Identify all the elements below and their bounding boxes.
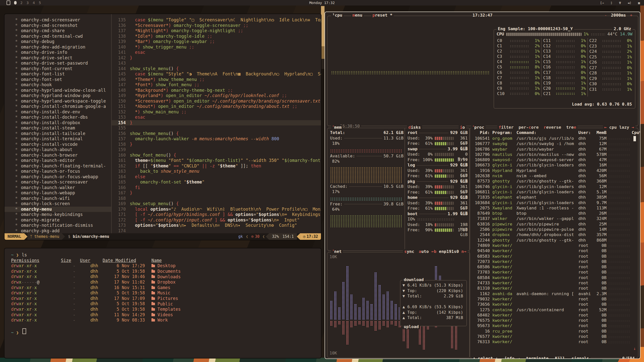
mem-title[interactable]: ²mem: [331, 125, 343, 130]
process-row[interactable]: 72073kworker/root0B0.0: [472, 259, 631, 264]
proc-sort[interactable]: ← cpu lazy →: [603, 125, 635, 130]
file-item[interactable]: *omarchy-hyprland-window-close-all: [5, 88, 111, 93]
file-item[interactable]: *omarchy-lock-screen: [5, 201, 111, 207]
file-item[interactable]: *omarchy-drive-set-password: [5, 61, 111, 66]
code-editor[interactable]: 135 case $(menu "Toggle" "▢ Screensaver\…: [112, 14, 321, 233]
file-item[interactable]: *omarchy-cmd-screensaver: [5, 17, 111, 23]
terminal-window[interactable]: ~❯lsPermissionsSizeUserDate ModifiedName…: [4, 248, 321, 358]
process-row[interactable]: 102796nautilus/usr/bin/nautilus --newdhh…: [472, 152, 631, 157]
process-row[interactable]: 16rcu_preeroot0B0.0: [472, 329, 631, 334]
process-row[interactable]: 106746glycin-i/usr/lib/glycin-loadersdhh…: [472, 184, 631, 190]
file-item[interactable]: *omarchy-launch-browser: [5, 153, 111, 158]
file-item[interactable]: *omarchy-launch-wifi: [5, 196, 111, 201]
file-item[interactable]: *omarchy-install-vscode: [5, 142, 111, 147]
process-row[interactable]: 87573ghostty/usr/bin/ghostty --gtk-dhh36…: [472, 179, 631, 184]
net-tab[interactable]: sync: [404, 249, 414, 254]
file-item[interactable]: *omarchy-launch-floating-terminal-: [5, 163, 111, 169]
net-interface[interactable]: ←b enp191s0 n→: [430, 249, 468, 254]
process-row[interactable]: 102638nvimnvim --embeddhh56M0.0: [472, 173, 631, 179]
file-item[interactable]: *omarchy-install-chromium-google-a: [5, 104, 111, 109]
process-row[interactable]: 2506pipewire/usr/bin/pipewire-pulsedhh14…: [472, 227, 631, 232]
process-row[interactable]: 95673kworker/root0B0.0: [472, 323, 631, 329]
file-item[interactable]: *omarchy-font-current: [5, 66, 111, 72]
process-row[interactable]: 79032kworker/root0B0.0: [472, 297, 631, 302]
shell-prompt[interactable]: ~❯ls: [11, 252, 314, 258]
process-row[interactable]: 68584kworker/root0B0.0: [472, 275, 631, 281]
process-row[interactable]: 1275containe/usr/bin/containerdroot52M0.…: [472, 307, 631, 313]
process-row[interactable]: 81310kworker/root0B0.0: [472, 286, 631, 291]
process-row[interactable]: 68586kworker/root0B0.0: [472, 264, 631, 270]
file-item[interactable]: *omarchy-hyprland-workspace-toggle: [5, 99, 111, 104]
net-tab[interactable]: auto: [419, 249, 429, 254]
file-item[interactable]: *omarchy-menu: [5, 207, 111, 212]
file-item[interactable]: *omarchy-launch-about: [5, 147, 111, 153]
process-row[interactable]: 2544dropbox/home/dhh/.dropbox-distdhh357…: [472, 232, 631, 238]
file-item[interactable]: *omarchy-install-docker-dbs: [5, 115, 111, 120]
file-item[interactable]: *omarchy-notification-dismiss: [5, 223, 111, 228]
process-row[interactable]: 73656kworker/root0B0.0: [472, 302, 631, 307]
file-item[interactable]: *omarchy-cmd-share: [5, 28, 111, 34]
process-row[interactable]: 12244ghostty/usr/bin/ghostty --gtk-dhh86…: [472, 238, 631, 243]
file-item[interactable]: *omarchy-launch-or-focus-webapp: [5, 174, 111, 180]
file-tree[interactable]: *omarchy-cmd-screensaver*omarchy-cmd-scr…: [5, 14, 111, 233]
proc-scrollbar[interactable]: [633, 136, 636, 141]
update-interval[interactable]: - 2000ms +: [605, 13, 632, 18]
file-item[interactable]: *omarchy-hyprland-window-pop: [5, 93, 111, 99]
file-item[interactable]: *omarchy-dev-add-migration: [5, 44, 111, 50]
process-row[interactable]: 106541org.gnom/usr/bin/gjs /usr/lib/odhh…: [472, 136, 631, 141]
process-row[interactable]: 106809swayosd-/usr/bin/swayosd-serverdhh…: [472, 157, 631, 163]
process-row[interactable]: 1916HyprlandHyprlanddhh420M0.0: [472, 168, 631, 173]
process-row[interactable]: 74733kworker/root0B0.0: [472, 281, 631, 286]
file-item[interactable]: *omarchy-pkg-add: [5, 228, 111, 234]
process-row[interactable]: 103684glycin-i/usr/lib/glycin-loadersdhh…: [472, 200, 631, 206]
file-item[interactable]: *omarchy-install-tailscale: [5, 131, 111, 137]
file-item[interactable]: *omarchy-hook: [5, 82, 111, 88]
scroll-down-arrow[interactable]: ↓: [633, 346, 636, 351]
file-item[interactable]: *omarchy-install-terminal: [5, 136, 111, 142]
proc-action[interactable]: info ↵: [504, 356, 519, 359]
file-item[interactable]: *omarchy-cmd-screenshot: [5, 23, 111, 28]
proc-action[interactable]: ↑ select ↓: [473, 356, 498, 359]
proc-action[interactable]: signals: [572, 356, 589, 359]
proc-action[interactable]: Kill: [555, 356, 565, 359]
process-row[interactable]: 106777swaybg/usr/bin/swaybg -i /homdhh12…: [472, 141, 631, 147]
process-row[interactable]: 76313kworker/root0B0.0: [472, 339, 631, 345]
process-row[interactable]: 2075XwaylandXwayland :1 -rootless -dhh11…: [472, 206, 631, 211]
file-item[interactable]: *omarchy-cmd-terminal-cwd: [5, 34, 111, 39]
file-item[interactable]: *omarchy-launch-webapp: [5, 190, 111, 196]
file-item[interactable]: *omarchy-install-dropbox: [5, 120, 111, 126]
process-row[interactable]: 74869kworker/root0B0.0: [472, 243, 631, 248]
io-tab[interactable]: io: [459, 125, 466, 130]
process-row[interactable]: 68583kworker/root0B0.0: [472, 254, 631, 259]
process-row[interactable]: 76577kworker/root0B0.0: [472, 334, 631, 339]
file-item[interactable]: *omarchy-install-steam: [5, 125, 111, 131]
process-row[interactable]: 71837walker/usr/bin/walker --gappldhh324…: [472, 216, 631, 221]
proc-tab[interactable]: per-core: [519, 125, 539, 130]
file-item[interactable]: *omarchy-font-list: [5, 71, 111, 77]
process-row[interactable]: 87649btopbtopdhh26M0.0: [472, 211, 631, 216]
disks-title[interactable]: disks: [407, 125, 422, 130]
process-row[interactable]: 106811glycin-i/usr/lib/glycin-loadersdhh…: [472, 190, 631, 195]
file-item[interactable]: *omarchy-install-dev-env: [5, 109, 111, 115]
file-item[interactable]: *omarchy-font-set: [5, 77, 111, 82]
process-row[interactable]: 63816pipewire/usr/bin/pipewiredhh25M0.0: [472, 222, 631, 227]
process-row[interactable]: 73703kworker/root0B0.0: [472, 270, 631, 275]
file-item[interactable]: *omarchy-drive-select: [5, 55, 111, 61]
process-row[interactable]: 76575kworker/root0B0.0: [472, 318, 631, 323]
process-row[interactable]: 1162avahi-daavahi-daemon: running [avahi…: [472, 291, 631, 297]
process-row[interactable]: 71835elephantelephantdhh385M0.0: [472, 195, 631, 200]
file-item[interactable]: *omarchy-launch-editor: [5, 158, 111, 163]
shell-prompt[interactable]: ~❯: [11, 328, 314, 334]
proc-action[interactable]: terminate: [526, 356, 548, 359]
file-item[interactable]: *omarchy-launch-or-focus: [5, 169, 111, 174]
process-row[interactable]: 68402kworker/root0B0.0: [472, 313, 631, 318]
file-item[interactable]: *omarchy-launch-screensaver: [5, 179, 111, 185]
file-item[interactable]: *omarchy-debug: [5, 39, 111, 44]
process-row[interactable]: 106673glycin-i/usr/lib/glycin-loadersdhh…: [472, 163, 631, 168]
proc-tab[interactable]: filter: [499, 125, 514, 130]
proc-tab[interactable]: tree: [566, 125, 576, 130]
proc-tab[interactable]: reverse: [544, 125, 561, 130]
file-item[interactable]: *omarchy-drive-info: [5, 50, 111, 55]
file-item[interactable]: *omarchy-migrate: [5, 217, 111, 223]
file-item[interactable]: *omarchy-launch-walker: [5, 185, 111, 191]
